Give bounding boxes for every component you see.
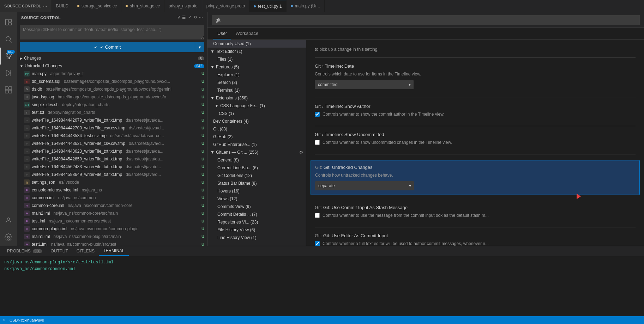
sidebar-item-status-bar-blame[interactable]: Status Bar Blame (8) [207, 179, 306, 187]
tab-shm-storage[interactable]: shm_storage.cc [121, 0, 164, 12]
tab-source-control[interactable]: SOURCE CONTROL ··· [0, 0, 52, 12]
source-control-menu-icon[interactable]: ··· [43, 3, 47, 9]
sidebar-item-commit-details[interactable]: Commit Details ... (7) [207, 210, 306, 218]
commit-message-input[interactable] [20, 25, 204, 39]
sidebar-item-file-history-view[interactable]: File History View (6) [207, 226, 306, 234]
sidebar-item-terminal[interactable]: Terminal (1) [207, 86, 306, 94]
tab-problems[interactable]: PROBLEMS 560 [3, 246, 46, 256]
sidebar-item-line-history-view[interactable]: Line History View (1) [207, 234, 306, 242]
list-item[interactable]: S db_schema.sql bazel/images/composite_d… [17, 78, 207, 85]
untracked-prefix: Git: [315, 165, 324, 170]
list-item[interactable]: ○ writerFile_1649844442700_writerFile_cs… [17, 124, 207, 132]
activity-settings[interactable] [0, 229, 17, 246]
sidebar-item-github-enterprise[interactable]: GitHub Enterprise... (1) [207, 141, 306, 148]
github-enterprise-label: GitHub Enterprise... (1) [213, 142, 257, 147]
list-item[interactable]: D ds.db bazel/images/composite_ds/compds… [17, 85, 207, 93]
sidebar-item-git-codelens[interactable]: Git CodeLens (12) [207, 172, 306, 179]
list-item[interactable]: ○ writerFile_1649844443534_test.csv.tmp … [17, 132, 207, 140]
sidebar-group-extensions[interactable]: ▼ Extensions (358) [207, 94, 306, 102]
list-item[interactable]: Py main.py algorithm/privpy_fl U [17, 70, 207, 78]
sidebar-item-files[interactable]: Files (1) [207, 55, 306, 63]
activity-accounts[interactable] [0, 212, 17, 229]
tab-user[interactable]: User [213, 28, 231, 39]
activity-explorer[interactable] [0, 14, 17, 31]
tab-test-util[interactable]: test_util.py 1 [249, 0, 286, 12]
sidebar-item-search[interactable]: Search (3) [207, 79, 306, 86]
sidebar-group-text-editor[interactable]: ▼ Text Editor (1) [207, 48, 306, 55]
text-editor-arrow: ▼ [210, 49, 215, 54]
stash-checkbox-row: Controls whether to use the message from… [315, 212, 636, 219]
commit-dropdown-button[interactable]: ▾ [195, 42, 204, 52]
sidebar-item-explorer[interactable]: Explorer (1) [207, 71, 306, 79]
list-item[interactable]: ≋ main1.iml ns/java_ns/common-plugin/src… [17, 233, 207, 240]
more-icon[interactable]: ··· [199, 15, 203, 20]
list-item[interactable]: T test.txt deploy/integration_charts U [17, 109, 207, 116]
commit-btn-row: ✓ ✓ Commit ▾ [20, 42, 204, 52]
list-item[interactable]: ≋ console-microservice.iml ns/java_ns U [17, 186, 207, 194]
list-item[interactable]: ○ writerFile_1649844562483_writerFile_tx… [17, 163, 207, 171]
timeline-date-select[interactable]: committed authored both [315, 80, 414, 89]
list-item[interactable]: ≋ main2.iml ns/java_ns/common-core/src/m… [17, 209, 207, 217]
file-status: U [201, 126, 204, 130]
terminal-area[interactable]: ns/java_ns/common-plugin/src/test/test1.… [0, 256, 644, 316]
changes-section-header[interactable]: ▶ Changes 0 [17, 54, 207, 62]
file-name: test.txt [32, 110, 44, 115]
untracked-select[interactable]: separate mixed hidden [315, 181, 414, 190]
untracked-section-header[interactable]: ▼ Untracked Changes 642 [17, 62, 207, 70]
sidebar-item-github[interactable]: GitHub (2) [207, 133, 306, 141]
list-item[interactable]: ○ writerFile_1649844443621_writerFile_cs… [17, 140, 207, 147]
sidebar-item-commits-view[interactable]: Commits View (9) [207, 203, 306, 210]
activity-source-control[interactable]: 642 [0, 48, 17, 65]
tab-privpy-ns[interactable]: privpy_ns.proto [164, 0, 202, 12]
show-author-checkbox[interactable] [315, 112, 320, 117]
show-uncommitted-checkbox[interactable] [315, 140, 320, 145]
sidebar-item-general[interactable]: General (8) [207, 156, 306, 164]
dev-containers-label: Dev Containers (4) [213, 119, 249, 124]
svg-rect-16 [5, 90, 8, 93]
list-item[interactable]: ○ writerFile_1649844443623_writerFile_tx… [17, 147, 207, 155]
sidebar-item-current-line-blame[interactable]: Current Line Bla... (6) [207, 164, 306, 172]
sidebar-item-hovers[interactable]: Hovers (16) [207, 187, 306, 195]
tab-gitlens[interactable]: GITLENS [72, 246, 99, 256]
stash-checkbox[interactable] [315, 213, 320, 218]
sidebar-item-css[interactable]: CSS (1) [207, 110, 306, 117]
settings-search-input[interactable] [212, 15, 640, 25]
sidebar-item-views[interactable]: Views (12) [207, 195, 306, 203]
gitlens-gear-icon[interactable]: ⚙ [299, 150, 303, 155]
activity-run[interactable] [0, 65, 17, 81]
list-item[interactable]: ≋ common.iml ns/java_ns/common U [17, 194, 207, 202]
tab-privpy-storage[interactable]: privpy_storage.proto [202, 0, 249, 12]
commit-button[interactable]: ✓ ✓ Commit [20, 42, 195, 52]
check-icon[interactable]: ✓ [188, 15, 192, 20]
activity-extensions[interactable] [0, 81, 17, 98]
refresh-icon[interactable]: ↻ [194, 15, 197, 20]
sidebar-group-features[interactable]: ▼ Features (5) [207, 63, 306, 71]
list-icon[interactable]: ☰ [182, 15, 186, 20]
list-item[interactable]: J javadsgclog bazel/images/composite_ds/… [17, 93, 207, 101]
list-item[interactable]: ≋ test.iml ns/java_ns/common-core/src/te… [17, 217, 207, 225]
list-item[interactable]: ≋ test1.iml ns/java_ns/common-plugin/src… [17, 240, 207, 246]
branch-icon[interactable]: ⑂ [177, 15, 180, 20]
list-item[interactable]: ○ writerFile_1649844442679_writerFile_tx… [17, 116, 207, 124]
sidebar-item-git[interactable]: Git (83) [207, 125, 306, 133]
tab-terminal[interactable]: TERMINAL [99, 246, 129, 256]
list-item[interactable]: ○ writerFile_1649844598649_writerFile_tx… [17, 171, 207, 178]
sidebar-item-commonly-used[interactable]: Commonly Used (1) [207, 40, 306, 48]
list-item[interactable]: SH simple_dev.sh deploy/integration_char… [17, 101, 207, 109]
file-path: ds/src/test/java/datasource... [110, 133, 164, 138]
list-item[interactable]: ○ writerFile_1649844542659_writerFile_tx… [17, 155, 207, 163]
list-item[interactable]: ≋ common-plugin.iml ns/java_ns/common/co… [17, 225, 207, 233]
tab-main-py[interactable]: main.py (Ur... [287, 0, 325, 12]
sidebar-group-gitlens[interactable]: ▼ GitLens — Git ... (256) ⚙ [207, 148, 306, 156]
activity-search[interactable] [0, 31, 17, 48]
tab-build[interactable]: BUILD [52, 0, 73, 12]
sidebar-item-dev-containers[interactable]: Dev Containers (4) [207, 117, 306, 125]
tab-storage-service[interactable]: storage_service.cc [73, 0, 121, 12]
tab-workspace[interactable]: Workspace [231, 28, 263, 39]
sidebar-item-repositories-vi[interactable]: Repositories Vi... (23) [207, 218, 306, 226]
sidebar-group-css-language[interactable]: ▼ CSS Language Fe... (1) [207, 102, 306, 110]
list-item[interactable]: ≋ common-core.iml ns/java_ns/common/comm… [17, 202, 207, 209]
use-editor-checkbox[interactable] [315, 241, 320, 246]
tab-output[interactable]: OUTPUT [46, 246, 72, 256]
list-item[interactable]: {} settings.json es/.vscode U [17, 178, 207, 186]
